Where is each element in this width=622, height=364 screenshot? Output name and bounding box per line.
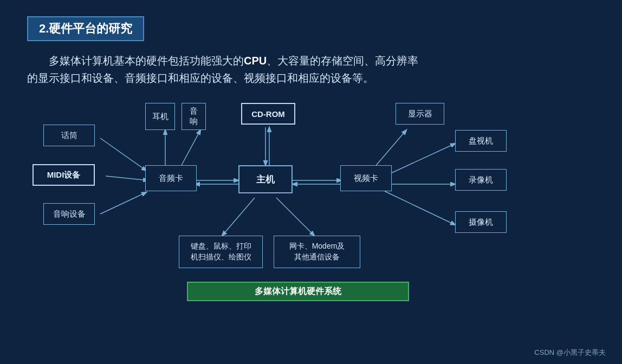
svg-line-8 [385,144,455,176]
box-shexiangji: 摄像机 [455,211,507,233]
svg-line-16 [276,198,314,236]
box-bottom-label: 多媒体计算机硬件系统 [187,282,409,301]
box-yinxiang: 音 响 [182,103,206,130]
box-yinxiang-shebei: 音响设备 [43,203,95,225]
svg-line-7 [374,130,406,168]
box-midi: MIDI设备 [33,164,95,186]
box-zhiji: 主机 [238,165,293,193]
box-erji: 耳机 [145,103,175,130]
svg-line-0 [100,138,146,171]
diagram: 话筒 MIDI设备 音响设备 耳机 音 响 CD-ROM 显示器 音频卡 主机 [27,100,596,306]
title-box: 2.硬件平台的研究 [27,16,144,41]
svg-line-1 [106,176,148,180]
svg-line-10 [385,191,455,225]
title-text: 2.硬件平台的研究 [39,22,132,35]
cpu-text: CPU [244,55,267,67]
box-luxiangji: 录像机 [455,169,507,191]
footer: CSDN @小黑子史蒂夫 [534,348,606,358]
slide: 2.硬件平台的研究 多媒体计算机基本的硬件包括功能强大的CPU、大容量的存储空间… [0,0,622,364]
box-huatong: 话筒 [43,125,95,146]
arrows-svg [27,100,596,306]
svg-line-15 [222,198,255,236]
body-text-suffix1: 、大容量的存储空间、高分辨率 [267,55,418,67]
box-cdrom: CD-ROM [241,103,295,125]
svg-line-2 [100,192,146,214]
box-panjishi: 盘视机 [455,130,507,152]
box-jianpan: 键盘、鼠标、打印 机扫描仪、绘图仪 [179,236,263,268]
body-text-suffix2: 的显示接口和设备、音频接口和相应的设备、视频接口和相应的设备等。 [27,72,374,84]
box-shipinka: 视频卡 [340,165,392,191]
box-yinpinka: 音频卡 [145,165,197,191]
body-text: 多媒体计算机基本的硬件包括功能强大的CPU、大容量的存储空间、高分辨率的显示接口… [27,52,595,87]
svg-line-12 [182,130,200,165]
body-text-prefix: 多媒体计算机基本的硬件包括功能强大的 [49,55,244,67]
box-wangka: 网卡、Modem及 其他通信设备 [274,236,360,268]
box-xianshiqi: 显示器 [396,103,444,125]
